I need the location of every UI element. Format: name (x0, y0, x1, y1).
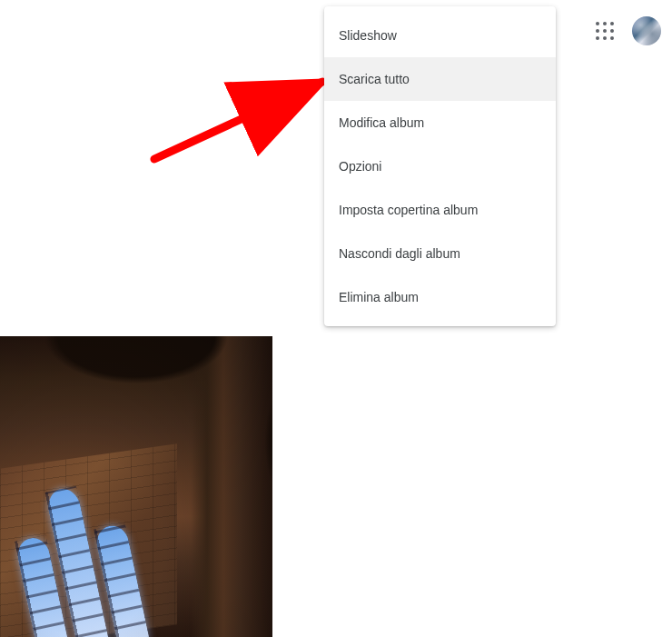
svg-line-1 (154, 82, 322, 159)
menu-item-delete-album[interactable]: Elimina album (324, 275, 556, 319)
apps-grid-icon[interactable] (594, 20, 616, 42)
menu-item-download-all[interactable]: Scarica tutto (324, 57, 556, 101)
album-photo-thumbnail[interactable] (0, 336, 272, 637)
menu-item-slideshow[interactable]: Slideshow (324, 14, 556, 57)
menu-item-hide-from-albums[interactable]: Nascondi dagli album (324, 232, 556, 275)
avatar[interactable] (632, 16, 661, 45)
top-bar (594, 16, 661, 45)
annotation-arrow-icon (136, 55, 345, 173)
menu-item-edit-album[interactable]: Modifica album (324, 101, 556, 144)
options-menu: Slideshow Scarica tutto Modifica album O… (324, 6, 556, 326)
menu-item-options[interactable]: Opzioni (324, 144, 556, 188)
menu-item-set-cover[interactable]: Imposta copertina album (324, 188, 556, 232)
